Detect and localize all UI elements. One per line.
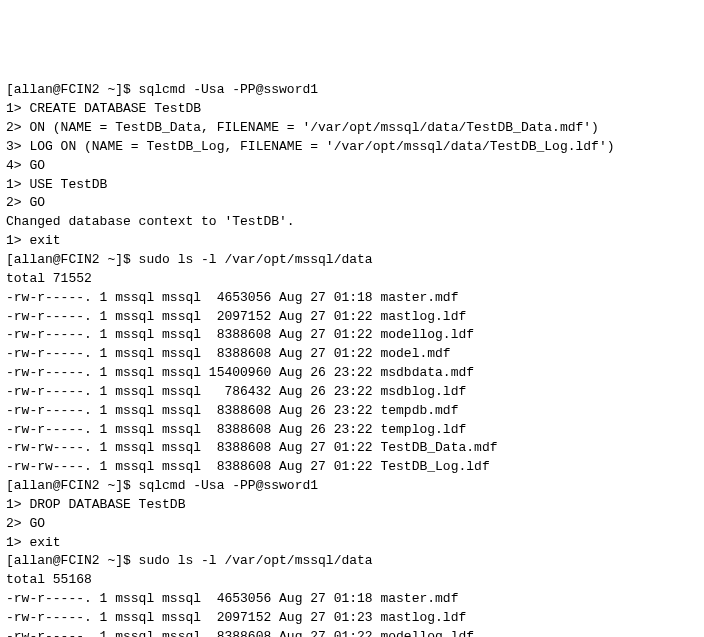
terminal-line: total 71552 [6,270,698,289]
terminal-line: 1> exit [6,534,698,553]
terminal-line: [allan@FCIN2 ~]$ sqlcmd -Usa -PP@ssword1 [6,477,698,496]
terminal-line: -rw-r-----. 1 mssql mssql 8388608 Aug 27… [6,326,698,345]
terminal-line: -rw-r-----. 1 mssql mssql 8388608 Aug 27… [6,345,698,364]
terminal-line: 1> DROP DATABASE TestDB [6,496,698,515]
terminal-line: -rw-r-----. 1 mssql mssql 2097152 Aug 27… [6,308,698,327]
terminal-line: 2> GO [6,515,698,534]
terminal-line: -rw-r-----. 1 mssql mssql 8388608 Aug 27… [6,628,698,637]
terminal-line: -rw-r-----. 1 mssql mssql 4653056 Aug 27… [6,590,698,609]
terminal-line: [allan@FCIN2 ~]$ sudo ls -l /var/opt/mss… [6,251,698,270]
terminal-line: 1> exit [6,232,698,251]
terminal-line: 4> GO [6,157,698,176]
terminal-line: 2> ON (NAME = TestDB_Data, FILENAME = '/… [6,119,698,138]
terminal-line: 3> LOG ON (NAME = TestDB_Log, FILENAME =… [6,138,698,157]
terminal-line: -rw-rw----. 1 mssql mssql 8388608 Aug 27… [6,439,698,458]
terminal-line: Changed database context to 'TestDB'. [6,213,698,232]
terminal-line: -rw-r-----. 1 mssql mssql 8388608 Aug 26… [6,421,698,440]
terminal-line: -rw-r-----. 1 mssql mssql 786432 Aug 26 … [6,383,698,402]
terminal-line: -rw-r-----. 1 mssql mssql 15400960 Aug 2… [6,364,698,383]
terminal-line: -rw-r-----. 1 mssql mssql 8388608 Aug 26… [6,402,698,421]
terminal-line: 1> CREATE DATABASE TestDB [6,100,698,119]
terminal-line: -rw-r-----. 1 mssql mssql 2097152 Aug 27… [6,609,698,628]
terminal-line: total 55168 [6,571,698,590]
terminal-line: -rw-rw----. 1 mssql mssql 8388608 Aug 27… [6,458,698,477]
terminal-line: [allan@FCIN2 ~]$ sqlcmd -Usa -PP@ssword1 [6,81,698,100]
terminal-line: -rw-r-----. 1 mssql mssql 4653056 Aug 27… [6,289,698,308]
terminal-line: 2> GO [6,194,698,213]
terminal-line: 1> USE TestDB [6,176,698,195]
terminal-output: [allan@FCIN2 ~]$ sqlcmd -Usa -PP@ssword1… [6,81,698,637]
terminal-line: [allan@FCIN2 ~]$ sudo ls -l /var/opt/mss… [6,552,698,571]
